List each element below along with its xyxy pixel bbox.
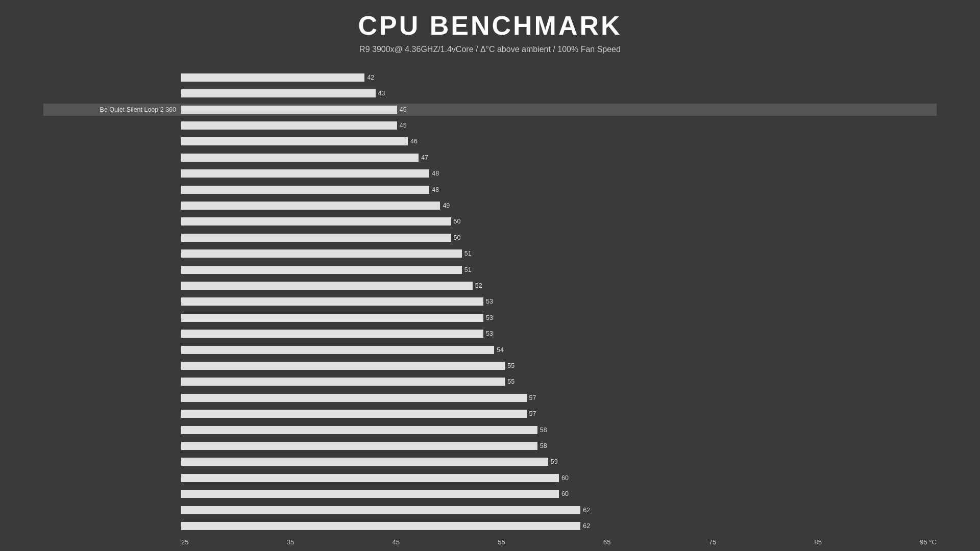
bar-value: 45 [400,122,407,129]
bar-value: 55 [507,362,514,369]
bar-value: 51 [464,266,472,273]
bar-row: Thermaltake TH12059 [181,456,937,468]
bar-row: Cooler Master ML240 Illusion51 [181,247,937,260]
bar-value: 57 [529,394,536,402]
bar-row: Montech Air 21060 [181,488,937,500]
x-axis-tick: 35 [287,538,294,546]
bar-label: Cooler Master ML240 Illusion [182,250,317,257]
bar-value: 55 [507,378,514,385]
bar-value: 50 [454,234,461,241]
bar-value: 60 [561,474,569,482]
bars-section: Arctic Liquid Freezer 280 ARGB42Arctic L… [43,69,937,534]
bar-label: Azza Blizzard 120 [182,507,317,514]
bar-row: ALSEYE H24058 [181,424,937,436]
bar-row: Azza Blizzard 24055 [181,375,937,388]
bar-row: AMD Wrath Prism62 [181,520,937,532]
bar-value: 62 [583,507,590,514]
bar-row: Be Quiet! Pure Rock 2 Black60 [181,472,937,484]
bar-row: Arctic Liquid Freezer 28043 [181,87,937,99]
bar-value: 58 [540,427,547,434]
bar-label: ALSEYE H240 [182,427,317,434]
bar-label: AKASA SOHO H4 [182,410,317,417]
bar-value: 60 [561,490,569,497]
bar-label: NZXT Kraken M22 [182,314,317,321]
bar-label: Be Quiet! Pure Rock 2 Black [182,474,317,482]
bar-label: AMD Wrath Prism [182,522,317,530]
bar-label: Be Quiet Silent Loop 2 360 [44,106,179,113]
bar-label: Arctic Freezer 50 [182,266,317,273]
x-axis-tick: 25 [181,538,188,546]
bar-label: DeepCool Gammaxx 120 L2 [182,394,317,402]
bar-label: Azza Blizzard 360 [182,218,317,225]
bar-value: 62 [583,522,590,530]
bar-row: Arctic Freezer 5148 [181,167,937,180]
x-axis-labels: 2535455565758595 °C [181,538,937,546]
bar-value: 47 [421,154,428,161]
bar-value: 46 [410,138,418,145]
bar-value: 51 [464,250,472,257]
bar-row: NZXT Kraken X5350 [181,232,937,244]
bar-row: Arctic Liquid Freezer 280 ARGB42 [181,71,937,84]
bar-fill [181,106,397,114]
x-axis-tick: 55 [498,538,505,546]
chart-container: CPU BENCHMARK R9 3900x@ 4.36GHZ/1.4vCore… [0,0,980,551]
bar-value: 49 [443,202,450,209]
bar-value: 58 [540,442,547,449]
bar-label: Azza Blizzard 240 [182,378,317,385]
bar-row: Arctic Liquid Freezer 36045 [181,119,937,132]
bar-label: ALSEYE X240 [182,298,317,305]
bar-label: Thermaltake TH120 [182,458,317,465]
bar-row: Cougar Aqua 12055 [181,360,937,372]
bar-row: NZXT Kraken M2253 [181,312,937,324]
bar-row: Be Quiet! Dark Rock 454 [181,344,937,356]
bar-label: Phanteks Glacier One 360MP [182,154,317,161]
bar-label: Be Quiet! Dark Rock 4 [182,346,317,354]
bar-value: 45 [400,106,407,113]
chart-title: CPU BENCHMARK [358,10,622,41]
bar-value: 43 [378,90,385,97]
bar-row: Be Quiet! Dark Rock Pro 453 [181,328,937,340]
bar-value: 50 [454,218,461,225]
bar-label: Montech Air 210 [182,490,317,497]
bar-value: 48 [432,186,439,193]
bar-label: Arctic Liquid Freezer 360 ARGB [182,138,317,145]
bar-row: Arctic Liquid Freezer 12052 [181,280,937,292]
bar-value: 53 [486,330,493,337]
bar-row: Be Quiet Silent Loop 2 36045 [43,104,937,116]
bar-value: 59 [551,458,558,465]
bar-row: Arctic Liquid Freezer 360 ARGB46 [181,135,937,147]
bar-row: Noctua NH-D15 C.B48 [181,184,937,196]
bar-row: Alpenföhn Broken 3 White58 [181,440,937,452]
chart-area: Arctic Liquid Freezer 280 ARGB42Arctic L… [43,69,937,551]
bar-label: Be Quiet! Dark Rock Pro 4 [182,330,317,337]
bar-row: Noctua NH-U12S C.B49 [181,199,937,212]
bar-value: 53 [486,298,493,305]
bar-label: Cougar Aqua 120 [182,362,317,369]
bar-value: 42 [367,74,374,81]
x-axis-tick: 95 °C [920,538,937,546]
bar-label: Noctua NH-D15 C.B [182,186,317,193]
bar-label: Arctic Liquid Freezer 120 [182,282,317,289]
bar-value: 57 [529,410,536,417]
x-axis-tick: 65 [603,538,610,546]
bar-label: Arctic Liquid Freezer 360 [182,122,317,129]
bar-label: Noctua NH-U12S C.B [182,202,317,209]
x-axis: 2535455565758595 °C [43,538,937,546]
bar-row: Phanteks Glacier One 360MP47 [181,152,937,164]
bar-row: DeepCool Gammaxx 120 L257 [181,392,937,404]
bar-label: Arctic Freezer 51 [182,170,317,177]
bar-value: 54 [497,346,504,354]
bar-value: 48 [432,170,439,177]
bar-value: 52 [475,282,482,289]
bar-row: Azza Blizzard 12062 [181,504,937,516]
x-axis-tick: 45 [393,538,400,546]
bar-label: Arctic Liquid Freezer 280 [182,90,317,97]
bar-label: Arctic Liquid Freezer 280 ARGB [182,74,317,81]
bar-row: AKASA SOHO H457 [181,408,937,420]
bar-label: Alpenföhn Broken 3 White [182,442,317,449]
bar-value: 53 [486,314,493,321]
bar-label: NZXT Kraken X53 [182,234,317,241]
bar-row: ALSEYE X24053 [181,295,937,308]
chart-subtitle: R9 3900x@ 4.36GHZ/1.4vCore / Δ°C above a… [359,45,621,54]
x-axis-tick: 85 [815,538,822,546]
